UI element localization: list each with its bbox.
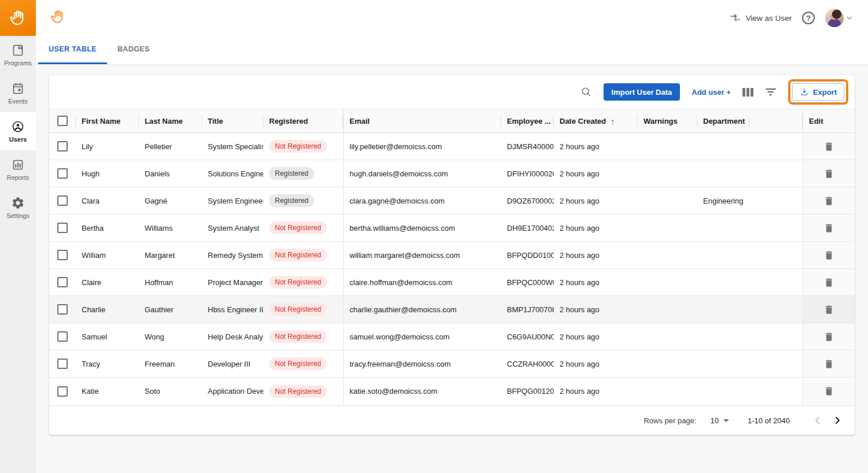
cell-last-name: Gauthier [139,296,202,323]
row-checkbox[interactable] [57,331,68,342]
row-checkbox[interactable] [57,386,68,397]
search-icon[interactable] [580,86,592,98]
view-as-user-button[interactable]: View as User [730,13,792,23]
cell-warnings [638,187,697,214]
column-header-warnings[interactable]: Warnings [638,109,697,132]
delete-user-button[interactable] [823,223,834,234]
sidebar-item-reports[interactable]: Reports [0,150,36,189]
delete-user-button[interactable] [823,250,834,261]
table-row[interactable]: Katie Soto Application Devel Not Registe… [49,378,855,405]
cell-department [697,296,749,323]
cell-last-name: Margaret [139,242,202,268]
row-checkbox[interactable] [57,141,68,151]
table-body: Lily Pelletier System Specialist Not Reg… [49,133,855,405]
rows-per-page-select[interactable]: 10 [711,416,729,425]
column-header-department[interactable]: Department [697,109,749,132]
table-row[interactable]: Claire Hoffman Project Manager Not Regis… [49,269,855,296]
cell-employee-id: DFIHYI000020 [501,160,554,187]
row-checkbox-cell [49,269,76,295]
export-highlight-annotation: Export [788,79,848,105]
registered-badge: Not Registered [269,357,327,370]
cell-date-created: 2 hours ago [554,323,638,350]
table-row[interactable]: Charlie Gauthier Hbss Engineer II Not Re… [49,296,855,323]
table-row[interactable]: Clara Gagné System Engineer Registered c… [49,187,855,215]
cell-title: System Analyst [202,215,263,241]
cell-empty [749,133,803,160]
cell-email: katie.soto@demoicss.com [343,378,501,405]
cell-edit [803,160,855,187]
row-checkbox[interactable] [57,168,68,179]
account-menu[interactable] [825,9,854,27]
cell-department [697,160,749,187]
app-logo[interactable] [0,0,36,36]
row-checkbox[interactable] [57,359,68,369]
table-row[interactable]: William Margaret Remedy System S Not Reg… [49,242,855,269]
cell-date-created: 2 hours ago [554,215,638,241]
help-icon[interactable]: ? [802,12,815,24]
cell-edit [803,378,855,405]
cell-last-name: Pelletier [139,133,202,160]
table-row[interactable]: Tracy Freeman Developer III Not Register… [49,350,855,378]
row-checkbox-cell [49,350,76,377]
columns-icon[interactable] [742,88,753,97]
column-header-first-name[interactable]: First Name [76,109,139,132]
column-header-employee-id[interactable]: Employee ... [501,109,554,132]
column-header-empty [749,109,803,132]
delete-user-button[interactable] [823,168,834,179]
row-checkbox[interactable] [57,250,68,260]
table-row[interactable]: Bertha Williams System Analyst Not Regis… [49,215,855,242]
delete-user-button[interactable] [823,331,834,342]
export-button[interactable]: Export [792,83,844,101]
column-header-date-created[interactable]: Date Created ↑ [554,109,638,132]
select-all-checkbox[interactable] [57,116,68,126]
sidebar: Programs Events Users Reports Settings [0,0,36,473]
sidebar-item-events[interactable]: Events [0,74,36,112]
main-area: View as User ? USER TABLE BADGES Import … [36,0,868,473]
delete-user-button[interactable] [823,359,834,369]
tab-user-table[interactable]: USER TABLE [38,36,107,64]
cell-email: clara.gagné@demoicss.com [343,187,501,214]
delete-user-button[interactable] [823,195,834,206]
column-header-title[interactable]: Title [202,109,263,132]
row-checkbox[interactable] [57,195,68,206]
cell-title: System Specialist [202,133,263,160]
delete-user-button[interactable] [823,141,834,152]
column-header-registered[interactable]: Registered [263,109,343,132]
registered-badge: Not Registered [269,140,327,153]
cell-registered: Not Registered [263,350,343,377]
next-page-button[interactable] [830,413,844,427]
table-row[interactable]: Hugh Daniels Solutions Engineer Register… [49,160,855,187]
row-checkbox-cell [49,160,76,187]
row-checkbox[interactable] [57,223,68,233]
tab-badges[interactable]: BADGES [107,36,160,64]
row-checkbox[interactable] [57,304,68,315]
row-checkbox[interactable] [57,277,68,287]
trash-icon [823,386,834,397]
filter-icon[interactable] [765,88,777,95]
sidebar-item-settings[interactable]: Settings [0,189,36,227]
cell-edit [803,215,855,241]
sidebar-item-programs[interactable]: Programs [0,36,36,74]
column-header-last-name[interactable]: Last Name [139,109,202,132]
cell-warnings [638,242,697,268]
cell-edit [803,242,855,268]
previous-page-button[interactable] [811,413,825,427]
table-row[interactable]: Lily Pelletier System Specialist Not Reg… [49,133,855,160]
cell-employee-id: DJMSR400002 [501,133,554,160]
registered-badge: Not Registered [269,249,327,261]
trash-icon [823,223,834,234]
switch-user-icon [730,13,741,23]
delete-user-button[interactable] [823,386,834,397]
trash-icon [823,304,834,315]
table-row[interactable]: Samuel Wong Help Desk Analys Not Registe… [49,323,855,350]
delete-user-button[interactable] [823,277,834,288]
cell-email: tracy.freeman@demoicss.com [343,350,501,377]
add-user-button[interactable]: Add user + [692,88,731,97]
delete-user-button[interactable] [823,304,834,315]
import-user-data-button[interactable]: Import User Data [604,83,681,101]
sidebar-item-users[interactable]: Users [0,112,36,150]
column-header-email[interactable]: Email [343,109,501,132]
cell-date-created: 2 hours ago [554,160,638,187]
cell-registered: Not Registered [263,378,343,405]
column-header-edit: Edit [803,109,855,132]
